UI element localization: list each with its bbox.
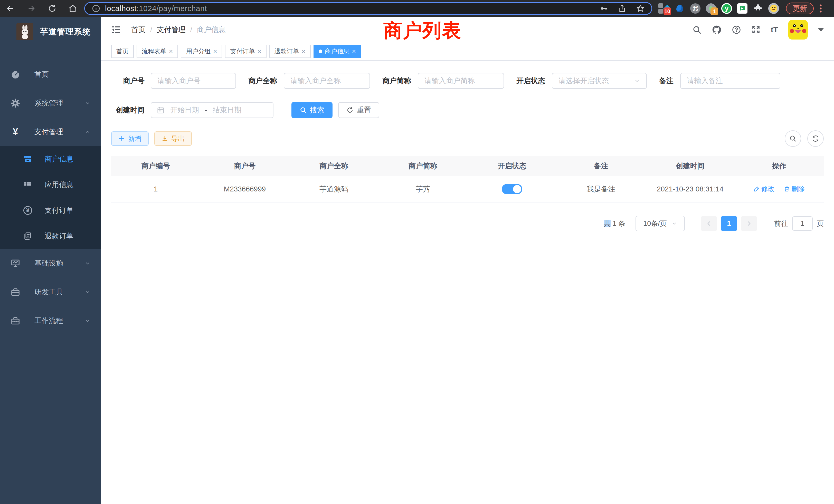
- bookmark-star-icon[interactable]: [636, 4, 645, 13]
- briefcase-icon: [10, 316, 21, 326]
- tab-refund-order[interactable]: 退款订单×: [269, 45, 311, 58]
- info-icon[interactable]: [92, 4, 101, 13]
- breadcrumb-current: 商户信息: [197, 25, 226, 35]
- app-logo[interactable]: 芋道管理系统: [0, 17, 101, 47]
- export-button[interactable]: 导出: [154, 131, 192, 146]
- yen-icon: ¥: [10, 127, 21, 137]
- forward-icon[interactable]: [27, 4, 36, 13]
- toggle-search-button[interactable]: [785, 130, 801, 147]
- search-button[interactable]: 搜索: [291, 102, 332, 118]
- refresh-table-button[interactable]: [807, 130, 824, 147]
- back-icon[interactable]: [6, 4, 15, 13]
- date-range-picker[interactable]: 开始日期 - 结束日期: [151, 102, 273, 118]
- help-icon[interactable]: [732, 25, 741, 35]
- puzzle-extensions-icon[interactable]: [752, 3, 764, 14]
- sidebar-item-system[interactable]: 系统管理: [0, 89, 101, 117]
- gem-extension-icon[interactable]: [674, 3, 685, 14]
- sidebar-item-merchant-info[interactable]: 商户信息: [0, 146, 101, 172]
- sidebar-item-refund-order[interactable]: 退款订单: [0, 223, 101, 249]
- share-icon[interactable]: [618, 4, 626, 13]
- sidebar-item-pay[interactable]: ¥ 支付管理: [0, 117, 101, 146]
- sidebar-item-infra[interactable]: 基础设施: [0, 249, 101, 278]
- chat-extension-icon[interactable]: [737, 3, 748, 14]
- sidebar: 芋道管理系统 首页 系统管理 ¥ 支付管理: [0, 17, 101, 504]
- chevron-up-icon: [85, 129, 91, 135]
- chrome-update-button[interactable]: 更新: [786, 3, 814, 14]
- sidebar-item-label: 支付订单: [45, 206, 73, 215]
- date-start-placeholder[interactable]: 开始日期: [170, 105, 199, 115]
- prev-page-button[interactable]: [701, 216, 717, 231]
- sidebar-item-label: 系统管理: [35, 98, 63, 108]
- command-extension-icon[interactable]: ⌘: [690, 3, 701, 14]
- breadcrumb-separator: /: [150, 26, 152, 34]
- cell-merchant-no: M233666999: [200, 176, 289, 202]
- avatar-caret-icon[interactable]: [818, 28, 824, 31]
- merchant-no-input[interactable]: [151, 73, 236, 89]
- remark-input[interactable]: [680, 73, 780, 89]
- tab-merchant-info[interactable]: 商户信息×: [313, 45, 361, 58]
- key-icon[interactable]: [599, 4, 608, 13]
- delete-link[interactable]: 删除: [784, 184, 805, 193]
- goto-page-input[interactable]: [792, 216, 813, 231]
- tab-home[interactable]: 首页: [111, 45, 134, 58]
- col-create-time: 创建时间: [645, 156, 734, 176]
- cell-merchant-short: 芋艿: [378, 176, 467, 202]
- emoji-avatar-icon[interactable]: [768, 3, 779, 14]
- breadcrumb-home[interactable]: 首页: [131, 25, 146, 35]
- blocks-extension-icon[interactable]: 10: [658, 3, 670, 14]
- sidebar-collapse-icon[interactable]: [111, 25, 122, 35]
- y-logo-extension-icon[interactable]: y: [721, 3, 732, 14]
- close-icon[interactable]: ×: [213, 48, 217, 55]
- fullscreen-icon[interactable]: [751, 25, 761, 35]
- close-icon[interactable]: ×: [257, 48, 261, 55]
- sidebar-item-dev-tools[interactable]: 研发工具: [0, 278, 101, 306]
- browser-menu-icon[interactable]: [819, 4, 822, 13]
- extension-badge: 1: [710, 7, 718, 15]
- app-title: 芋道管理系统: [40, 26, 91, 37]
- merchant-name-input[interactable]: [284, 73, 370, 89]
- tab-user-group[interactable]: 用户分组×: [181, 45, 222, 58]
- col-merchant-no: 商户号: [200, 156, 289, 176]
- status-toggle[interactable]: [502, 184, 522, 194]
- sidebar-item-home[interactable]: 首页: [0, 60, 101, 89]
- user-avatar[interactable]: [788, 20, 808, 40]
- dashboard-icon: [10, 70, 21, 79]
- pagination: 共 1 条 10条/页 1 前往 页: [111, 216, 824, 231]
- sidebar-item-workflow[interactable]: 工作流程: [0, 306, 101, 335]
- breadcrumb-pay[interactable]: 支付管理: [157, 25, 185, 35]
- github-icon[interactable]: [712, 25, 722, 35]
- date-separator: -: [205, 106, 207, 114]
- close-icon[interactable]: ×: [302, 48, 306, 55]
- sidebar-item-label: 商户信息: [45, 154, 73, 164]
- tab-process-form[interactable]: 流程表单×: [137, 45, 178, 58]
- table-header-row: 商户编号 商户号 商户全称 商户简称 开启状态 备注 创建时间 操作: [111, 156, 824, 176]
- reset-button[interactable]: 重置: [338, 102, 379, 118]
- yen-circle-icon: ¥: [23, 206, 33, 215]
- sidebar-item-pay-order[interactable]: ¥ 支付订单: [0, 198, 101, 223]
- sidebar-item-app-info[interactable]: 应用信息: [0, 172, 101, 198]
- sidebar-item-label: 首页: [35, 70, 49, 79]
- home-icon[interactable]: [68, 4, 77, 13]
- status-select[interactable]: 请选择开启状态: [552, 73, 647, 89]
- close-icon[interactable]: ×: [169, 48, 173, 55]
- profile-extension-icon[interactable]: 1: [705, 3, 717, 14]
- font-size-icon[interactable]: tT: [771, 25, 778, 34]
- date-end-placeholder[interactable]: 结束日期: [213, 105, 241, 115]
- sidebar-item-label: 研发工具: [35, 287, 63, 297]
- merchant-short-input[interactable]: [418, 73, 504, 89]
- reload-icon[interactable]: [48, 4, 57, 13]
- add-button[interactable]: 新增: [111, 131, 149, 146]
- col-merchant-id: 商户编号: [111, 156, 200, 176]
- page-size-select[interactable]: 10条/页: [636, 216, 685, 231]
- documents-icon: [23, 232, 33, 240]
- cell-remark: 我是备注: [556, 176, 645, 202]
- search-icon[interactable]: [692, 25, 702, 35]
- tab-pay-order[interactable]: 支付订单×: [225, 45, 266, 58]
- url-bar[interactable]: localhost:1024/pay/merchant: [84, 2, 652, 15]
- page-number-button[interactable]: 1: [721, 216, 737, 231]
- merchant-name-label: 商户全称: [248, 76, 277, 86]
- close-icon[interactable]: ×: [352, 48, 356, 55]
- cell-merchant-name: 芋道源码: [289, 176, 378, 202]
- edit-link[interactable]: 修改: [754, 184, 775, 193]
- next-page-button[interactable]: [741, 216, 757, 231]
